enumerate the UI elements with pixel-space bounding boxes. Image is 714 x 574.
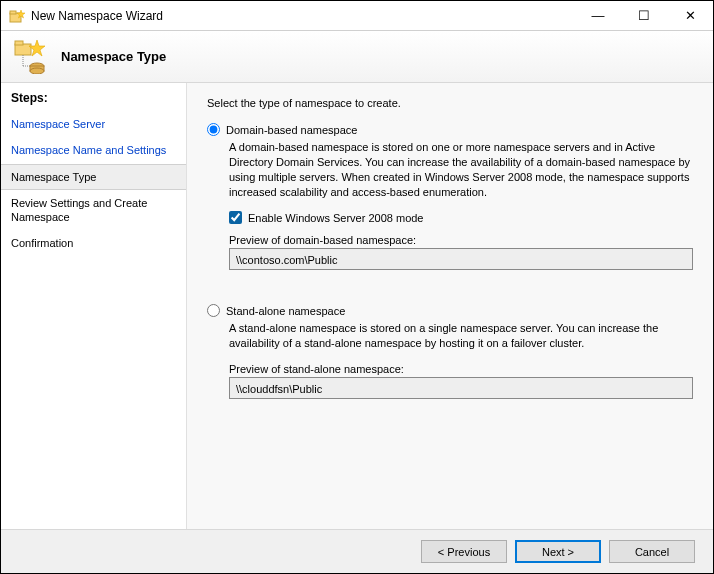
svg-rect-4 xyxy=(15,41,23,45)
footer: < Previous Next > Cancel xyxy=(1,529,713,573)
step-namespace-server[interactable]: Namespace Server xyxy=(1,111,186,137)
cancel-button[interactable]: Cancel xyxy=(609,540,695,563)
svg-rect-1 xyxy=(10,11,16,14)
radio-stand-alone-label[interactable]: Stand-alone namespace xyxy=(226,305,345,317)
maximize-button[interactable]: ☐ xyxy=(621,1,667,31)
stand-alone-description: A stand-alone namespace is stored on a s… xyxy=(229,321,693,351)
step-confirmation: Confirmation xyxy=(1,230,186,256)
radio-domain-based-label[interactable]: Domain-based namespace xyxy=(226,124,357,136)
titlebar: New Namespace Wizard — ☐ ✕ xyxy=(1,1,713,31)
checkbox-2008-mode-label[interactable]: Enable Windows Server 2008 mode xyxy=(248,212,423,224)
domain-based-description: A domain-based namespace is stored on on… xyxy=(229,140,693,199)
window-title: New Namespace Wizard xyxy=(31,9,575,23)
main: Steps: Namespace Server Namespace Name a… xyxy=(1,83,713,529)
stand-alone-preview-label: Preview of stand-alone namespace: xyxy=(229,363,693,375)
window-controls: — ☐ ✕ xyxy=(575,1,713,31)
header: Namespace Type xyxy=(1,31,713,83)
namespace-icon xyxy=(13,40,47,74)
svg-point-10 xyxy=(30,68,44,74)
checkbox-2008-mode[interactable] xyxy=(229,211,242,224)
step-namespace-name-settings[interactable]: Namespace Name and Settings xyxy=(1,137,186,163)
domain-preview-label: Preview of domain-based namespace: xyxy=(229,234,693,246)
content: Select the type of namespace to create. … xyxy=(187,83,713,529)
next-button[interactable]: Next > xyxy=(515,540,601,563)
minimize-button[interactable]: — xyxy=(575,1,621,31)
page-title: Namespace Type xyxy=(61,49,166,64)
svg-rect-3 xyxy=(15,44,31,55)
sidebar: Steps: Namespace Server Namespace Name a… xyxy=(1,83,187,529)
step-namespace-type: Namespace Type xyxy=(1,164,186,190)
radio-domain-based[interactable] xyxy=(207,123,220,136)
steps-heading: Steps: xyxy=(1,91,186,111)
intro-text: Select the type of namespace to create. xyxy=(207,97,693,109)
wizard-icon xyxy=(9,8,25,24)
stand-alone-preview-value: \\clouddfsn\Public xyxy=(229,377,693,399)
close-button[interactable]: ✕ xyxy=(667,1,713,31)
radio-stand-alone[interactable] xyxy=(207,304,220,317)
step-review-settings: Review Settings and Create Namespace xyxy=(1,190,186,231)
domain-preview-value: \\contoso.com\Public xyxy=(229,248,693,270)
previous-button[interactable]: < Previous xyxy=(421,540,507,563)
